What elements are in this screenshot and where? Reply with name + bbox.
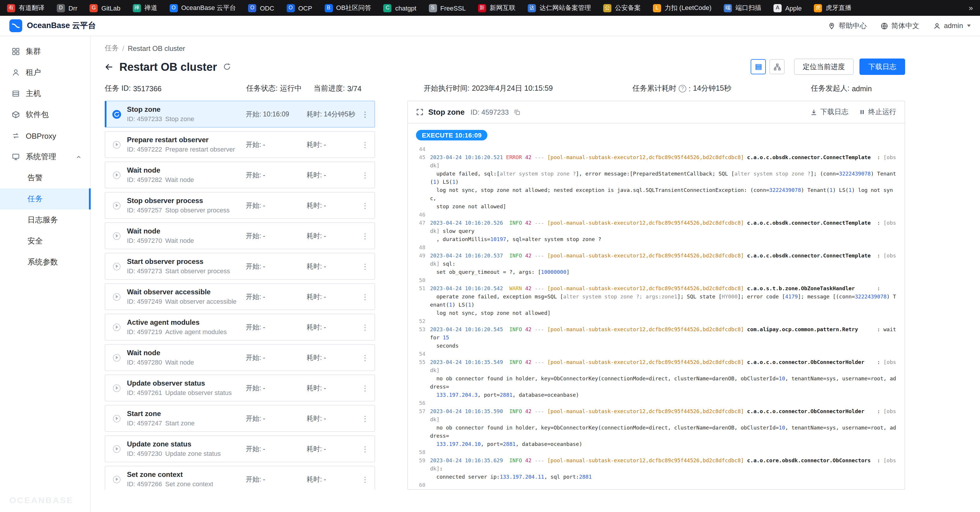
sidebar-subitem-alerts[interactable]: 告警 bbox=[0, 167, 90, 188]
sidebar-subitem-label: 任务 bbox=[27, 194, 43, 204]
log-lines: 44452023-04-24 10:16:20.521 ERROR 42 ---… bbox=[416, 145, 896, 489]
subtask-start-time: 开始: - bbox=[246, 323, 307, 331]
bookmark-huya[interactable]: 虎虎牙直播 bbox=[814, 3, 851, 12]
user-menu[interactable]: admin bbox=[934, 22, 970, 30]
more-menu-icon[interactable]: ⋮ bbox=[360, 323, 370, 331]
tenant-icon bbox=[12, 68, 20, 77]
log-line-text bbox=[430, 448, 896, 456]
subtask-duration: 耗时: - bbox=[307, 170, 360, 179]
subtask-card[interactable]: Stop observer processID: 4597257 Stop ob… bbox=[105, 192, 375, 219]
log-download-button[interactable]: 下载日志 bbox=[810, 107, 848, 117]
more-menu-icon[interactable]: ⋮ bbox=[360, 444, 370, 453]
subtask-card[interactable]: Wait nodeID: 4597280 Wait node开始: -耗时: -… bbox=[105, 344, 375, 371]
log-line: 52 bbox=[416, 317, 896, 325]
subtask-duration: 耗时: - bbox=[307, 444, 360, 453]
ocp-favicon-icon: O bbox=[286, 4, 294, 12]
subtask-card[interactable]: Update observer statusID: 4597261 Update… bbox=[105, 375, 375, 401]
brand[interactable]: OceanBase 云平台 bbox=[10, 19, 96, 32]
download-log-button[interactable]: 下载日志 bbox=[859, 59, 905, 75]
ob-forum-favicon-icon: B bbox=[325, 4, 332, 12]
log-line-text bbox=[430, 211, 896, 219]
sidebar-subitem-system-params[interactable]: 系统参数 bbox=[0, 251, 90, 273]
sidebar-subitem-security[interactable]: 安全 bbox=[0, 231, 90, 251]
subtask-duration: 耗时: - bbox=[307, 475, 360, 483]
subtask-card[interactable]: Active agent modulesID: 4597219 Active a… bbox=[105, 314, 375, 340]
sidebar-item-cluster[interactable]: 集群 bbox=[0, 41, 90, 62]
more-menu-icon[interactable]: ⋮ bbox=[360, 383, 370, 392]
bookmark-chatgpt[interactable]: Cchatgpt bbox=[383, 4, 416, 12]
bookmark-gitlab[interactable]: GGitLab bbox=[90, 4, 121, 12]
sidebar-item-obproxy[interactable]: OBProxy bbox=[0, 125, 90, 146]
bookmark-freessl[interactable]: SFreeSSL bbox=[429, 4, 466, 12]
subtask-start-time: 开始: - bbox=[246, 444, 307, 453]
task-info-label: 任务发起人: bbox=[811, 84, 850, 94]
more-menu-icon[interactable]: ⋮ bbox=[360, 353, 370, 362]
bookmark-xinnet[interactable]: 新新网互联 bbox=[478, 3, 515, 12]
sidebar-subitem-tasks[interactable]: 任务 bbox=[0, 188, 90, 210]
copy-icon[interactable] bbox=[514, 108, 520, 116]
bookmark-zentao[interactable]: 禅禅道 bbox=[132, 3, 157, 12]
bookmark-drr[interactable]: DDrr bbox=[57, 4, 78, 12]
bookmarks-overflow-chevron[interactable]: » bbox=[969, 3, 973, 12]
log-line: 54 bbox=[416, 350, 896, 358]
freessl-favicon-icon: S bbox=[429, 4, 437, 12]
log-actions: 下载日志 终止运行 bbox=[810, 107, 896, 117]
obproxy-icon bbox=[12, 132, 20, 140]
bookmark-daren-beian[interactable]: 达达仁网站备案管理 bbox=[528, 3, 591, 12]
bookmark-ob-forum[interactable]: BOB社区问答 bbox=[325, 3, 371, 12]
more-menu-icon[interactable]: ⋮ bbox=[360, 414, 370, 423]
zentao-favicon-icon: 禅 bbox=[132, 4, 141, 12]
more-menu-icon[interactable]: ⋮ bbox=[360, 140, 370, 149]
sidebar-item-tenant[interactable]: 租户 bbox=[0, 62, 90, 83]
expand-icon[interactable] bbox=[416, 108, 423, 116]
subtask-card[interactable]: Set zone contextID: 4597266 Set zone con… bbox=[105, 466, 375, 490]
subtask-start-time: 开始: - bbox=[246, 292, 307, 301]
subtask-card[interactable]: Wait nodeID: 4597270 Wait node开始: -耗时: -… bbox=[105, 223, 375, 249]
bookmark-apple[interactable]: AApple bbox=[773, 4, 802, 12]
terminate-run-button[interactable]: 终止运行 bbox=[859, 107, 896, 117]
more-menu-icon[interactable]: ⋮ bbox=[360, 110, 370, 119]
subtask-name: Wait node bbox=[127, 349, 194, 356]
subtask-name: Update zone status bbox=[127, 440, 221, 448]
subtask-card[interactable]: Stop zoneID: 4597233 Stop zone开始: 10:16:… bbox=[105, 101, 375, 127]
help-center-link[interactable]: 帮助中心 bbox=[828, 21, 867, 31]
language-switcher[interactable]: 简体中文 bbox=[881, 21, 920, 31]
subtask-card[interactable]: Prepare restart observerID: 4597222 Prep… bbox=[105, 131, 375, 158]
sidebar-item-host[interactable]: 主机 bbox=[0, 83, 90, 104]
back-button[interactable] bbox=[105, 62, 113, 71]
more-menu-icon[interactable]: ⋮ bbox=[360, 231, 370, 240]
bookmark-leetcode[interactable]: L力扣 (LeetCode) bbox=[653, 3, 711, 12]
question-circle-icon[interactable]: ? bbox=[679, 85, 686, 92]
sidebar-item-system[interactable]: 系统管理 bbox=[0, 146, 90, 167]
bookmark-odc[interactable]: OODC bbox=[248, 4, 274, 12]
more-menu-icon[interactable]: ⋮ bbox=[360, 170, 370, 179]
log-line-text bbox=[430, 145, 896, 153]
bookmark-gongan-beian[interactable]: 公公安备案 bbox=[603, 3, 641, 12]
subtask-duration: 耗时: - bbox=[307, 414, 360, 423]
breadcrumb-tasks-link[interactable]: 任务 bbox=[105, 43, 119, 53]
more-menu-icon[interactable]: ⋮ bbox=[360, 475, 370, 483]
task-info-item-3: 当前进度:3/74 bbox=[313, 84, 423, 94]
locate-progress-button[interactable]: 定位当前进度 bbox=[794, 59, 854, 75]
subtask-card[interactable]: Update zone statusID: 4597230 Update zon… bbox=[105, 435, 375, 462]
bookmark-oceanbase-cloud[interactable]: OOceanBase 云平台 bbox=[169, 3, 236, 12]
bookmark-youdao[interactable]: 有有道翻译 bbox=[7, 3, 45, 12]
refresh-icon[interactable] bbox=[223, 63, 231, 71]
more-menu-icon[interactable]: ⋮ bbox=[360, 292, 370, 301]
bookmark-ocp[interactable]: OOCP bbox=[286, 4, 312, 12]
subtask-card[interactable]: Wait nodeID: 4597282 Wait node开始: -耗时: -… bbox=[105, 162, 375, 188]
subtask-card[interactable]: Start zoneID: 4597247 Start zone开始: -耗时:… bbox=[105, 405, 375, 432]
bookmark-port-scan[interactable]: 端端口扫描 bbox=[724, 3, 761, 12]
view-flow-button[interactable] bbox=[751, 59, 766, 74]
sidebar-item-package[interactable]: 软件包 bbox=[0, 104, 90, 125]
browser-bookmarks-bar: 有有道翻译DDrrGGitLab禅禅道OOceanBase 云平台OODCOOC… bbox=[0, 0, 980, 16]
log-line: 572023-04-24 10:16:35.590 INFO 42 --- [p… bbox=[416, 407, 896, 448]
view-tree-button[interactable] bbox=[769, 59, 784, 74]
subtask-card[interactable]: Start observer processID: 4597273 Start … bbox=[105, 253, 375, 280]
sidebar-subitem-log-service[interactable]: 日志服务 bbox=[0, 210, 90, 231]
subtask-start-time: 开始: - bbox=[246, 383, 307, 392]
more-menu-icon[interactable]: ⋮ bbox=[360, 201, 370, 210]
subtask-card[interactable]: Wait observer accessibleID: 4597249 Wait… bbox=[105, 283, 375, 310]
subtask-duration: 耗时: - bbox=[307, 323, 360, 331]
more-menu-icon[interactable]: ⋮ bbox=[360, 262, 370, 270]
